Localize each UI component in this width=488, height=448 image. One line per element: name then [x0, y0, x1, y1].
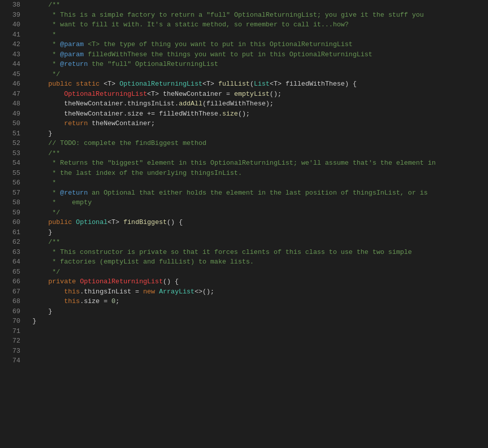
code-line: } — [32, 316, 488, 326]
code-token: ; — [116, 297, 120, 305]
code-token: <> — [195, 288, 203, 295]
code-token: theNewContainer.thingsInList. — [32, 100, 179, 107]
code-token — [155, 288, 159, 295]
code-line: theNewContainer.thingsInList.addAll(fill… — [32, 99, 488, 109]
line-number: 54 — [4, 158, 20, 168]
line-number: 51 — [4, 129, 20, 139]
code-token: this — [64, 288, 80, 295]
code-token: } — [32, 229, 52, 236]
code-token: public — [48, 80, 72, 88]
code-token: this — [64, 297, 80, 305]
code-token: // TODO: complete the findBiggest method — [32, 139, 206, 147]
code-line: * factories (emptyList and fullList) to … — [32, 257, 488, 267]
line-number: 74 — [4, 356, 20, 366]
code-token: new — [143, 288, 155, 295]
code-token: () { — [167, 218, 182, 226]
code-token: ArrayList — [159, 288, 195, 295]
code-token: * the last index of the underlying thing… — [32, 169, 242, 177]
code-token: "full" — [107, 60, 131, 68]
code-token: } — [32, 308, 52, 315]
code-token: <T> — [203, 80, 218, 88]
code-line: * This is a simple factory to return a "… — [32, 10, 488, 20]
code-token: an Optional that either holds the elemen… — [88, 189, 428, 197]
code-line: */ — [32, 69, 488, 80]
line-number: 52 — [4, 138, 20, 148]
code-token: * — [32, 41, 60, 48]
code-token: @return — [60, 60, 88, 68]
line-number: 62 — [4, 237, 20, 247]
code-line: * @param filledWithThese the things you … — [32, 50, 488, 60]
code-token: OptionalReturningList — [80, 278, 163, 285]
line-number: 66 — [4, 277, 20, 287]
code-line: * want to fill it with. It's a static me… — [32, 20, 488, 30]
line-number: 61 — [4, 228, 20, 238]
code-token: Optional — [76, 218, 107, 226]
code-token: * — [32, 189, 60, 197]
code-token: the — [88, 60, 107, 68]
code-line: } — [32, 307, 488, 317]
line-number: 44 — [4, 59, 20, 69]
code-token: /** — [32, 238, 60, 246]
code-line: * This constructor is private so that it… — [32, 247, 488, 257]
line-number: 53 — [4, 148, 20, 159]
code-token — [32, 278, 48, 285]
code-line: } — [32, 129, 488, 139]
code-line: * — [32, 30, 488, 40]
code-token: * Returns the — [32, 159, 107, 167]
code-token: filledWithThese the things you want to p… — [84, 51, 372, 58]
code-line: return theNewContainer; — [32, 119, 488, 129]
code-token: addAll — [179, 100, 203, 107]
code-token: static — [76, 80, 100, 88]
code-line: * — [32, 178, 488, 188]
code-line: */ — [32, 267, 488, 277]
code-token: <T> — [107, 218, 123, 226]
code-token: * This is a simple factory to return a — [32, 11, 206, 19]
code-token: OptionalReturningList — [120, 80, 203, 88]
code-token: <T> — [100, 80, 120, 88]
code-token: /** — [32, 150, 60, 157]
code-token: @param — [60, 41, 84, 48]
code-token: (); — [270, 90, 281, 98]
line-number: 45 — [4, 69, 20, 80]
line-number: 58 — [4, 198, 20, 208]
code-line: this.thingsInList = new ArrayList<>(); — [32, 287, 488, 297]
line-number: 49 — [4, 109, 20, 119]
line-number: 50 — [4, 119, 20, 129]
code-token: 0 — [111, 297, 116, 305]
code-line: public Optional<T> findBiggest() { — [32, 217, 488, 228]
code-token: OptionalReturningList; you give it the s… — [230, 11, 424, 19]
line-number: 55 — [4, 168, 20, 178]
code-token — [32, 120, 64, 127]
code-token: /** — [32, 1, 60, 9]
code-line: */ — [32, 208, 488, 218]
code-line: /** — [32, 0, 488, 10]
code-token: .size = — [80, 297, 111, 305]
code-token: * — [32, 60, 60, 68]
code-line: OptionalReturningList<T> theNewContainer… — [32, 89, 488, 99]
code-token — [32, 90, 64, 98]
code-line: * @return an Optional that either holds … — [32, 188, 488, 198]
code-line: * empty — [32, 198, 488, 208]
line-number: 39 — [4, 10, 20, 20]
line-number: 38 — [4, 0, 20, 10]
code-token: List — [254, 80, 270, 88]
line-number: 72 — [4, 336, 20, 346]
code-token: */ — [32, 70, 60, 78]
line-number: 56 — [4, 178, 20, 188]
line-number: 69 — [4, 307, 20, 317]
code-token: * — [32, 51, 60, 58]
code-line: } — [32, 228, 488, 238]
code-token: (filledWithThese); — [202, 100, 273, 107]
code-token: <T> filledWithThese) { — [270, 80, 357, 88]
line-number: 71 — [4, 326, 20, 337]
line-number: 41 — [4, 30, 20, 40]
line-number: 48 — [4, 99, 20, 109]
line-number: 70 — [4, 316, 20, 326]
code-token: element in this OptionalReturningList; w… — [143, 159, 435, 167]
code-token: public — [48, 218, 72, 226]
code-content[interactable]: /** * This is a simple factory to return… — [24, 0, 488, 448]
code-line: this.size = 0; — [32, 296, 488, 307]
code-token — [76, 278, 80, 285]
code-token — [32, 80, 48, 88]
line-number: 43 — [4, 50, 20, 60]
